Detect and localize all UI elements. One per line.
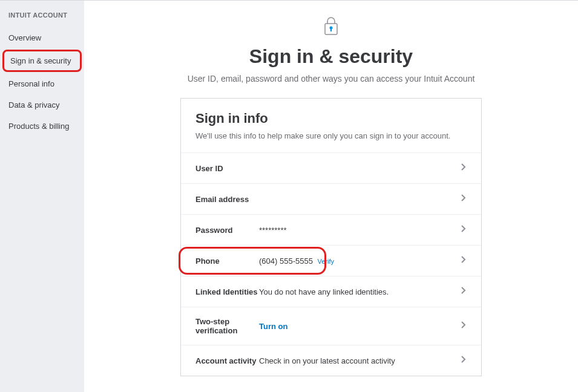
sidebar-item-personal-info[interactable]: Personal info xyxy=(0,73,84,94)
sidebar-item-overview[interactable]: Overview xyxy=(0,27,84,48)
chevron-right-icon xyxy=(461,355,467,366)
page-subtitle: User ID, email, password and other ways … xyxy=(188,74,475,83)
row-label: Linked Identities xyxy=(195,287,259,296)
row-phone[interactable]: Phone (604) 555-5555 Verify xyxy=(181,246,481,276)
row-value: Check in on your latest account activity xyxy=(259,356,461,365)
row-email[interactable]: Email address xyxy=(181,184,481,215)
chevron-right-icon xyxy=(461,286,467,297)
card-header: Sign in info We'll use this info to help… xyxy=(181,99,481,153)
sidebar-item-label: Sign in & security xyxy=(10,56,71,65)
verify-link[interactable]: Verify xyxy=(318,258,335,265)
card-description: We'll use this info to help make sure on… xyxy=(195,131,467,140)
row-label: Account activity xyxy=(195,356,259,365)
sign-in-info-card: Sign in info We'll use this info to help… xyxy=(180,98,482,376)
row-label: Two-step verification xyxy=(195,317,259,335)
turn-on-link[interactable]: Turn on xyxy=(259,322,461,331)
row-label: User ID xyxy=(195,164,259,173)
sidebar-item-data-privacy[interactable]: Data & privacy xyxy=(0,94,84,116)
row-label: Phone xyxy=(195,256,259,266)
row-password[interactable]: Password ********* xyxy=(181,215,481,246)
row-value: You do not have any linked identities. xyxy=(259,287,461,296)
row-label: Email address xyxy=(195,195,259,204)
page-title: Sign in & security xyxy=(249,45,413,68)
chevron-right-icon xyxy=(461,224,467,235)
sidebar-item-label: Personal info xyxy=(8,79,54,88)
sidebar-item-label: Data & privacy xyxy=(8,100,60,109)
row-user-id[interactable]: User ID xyxy=(181,153,481,184)
card-title: Sign in info xyxy=(195,111,467,126)
row-account-activity[interactable]: Account activity Check in on your latest… xyxy=(181,345,481,376)
sidebar-item-products-billing[interactable]: Products & billing xyxy=(0,116,84,137)
row-label: Password xyxy=(195,226,259,235)
lock-icon xyxy=(320,15,342,39)
svg-rect-2 xyxy=(330,28,332,31)
sidebar-header: INTUIT ACCOUNT xyxy=(0,11,84,27)
row-linked-identities[interactable]: Linked Identities You do not have any li… xyxy=(181,276,481,307)
chevron-right-icon xyxy=(461,163,467,174)
sidebar-item-label: Overview xyxy=(8,33,41,42)
row-value: ********* xyxy=(259,226,461,235)
sidebar: INTUIT ACCOUNT Overview Sign in & securi… xyxy=(0,0,84,392)
chevron-right-icon xyxy=(461,194,467,204)
main-content: Sign in & security User ID, email, passw… xyxy=(84,0,578,392)
chevron-right-icon xyxy=(461,255,467,266)
phone-number: (604) 555-5555 xyxy=(259,256,313,266)
row-two-step[interactable]: Two-step verification Turn on xyxy=(181,307,481,345)
chevron-right-icon xyxy=(461,321,467,332)
row-value: (604) 555-5555 Verify xyxy=(259,256,461,266)
sidebar-item-sign-in-security[interactable]: Sign in & security xyxy=(2,50,82,72)
sidebar-item-label: Products & billing xyxy=(8,122,69,131)
